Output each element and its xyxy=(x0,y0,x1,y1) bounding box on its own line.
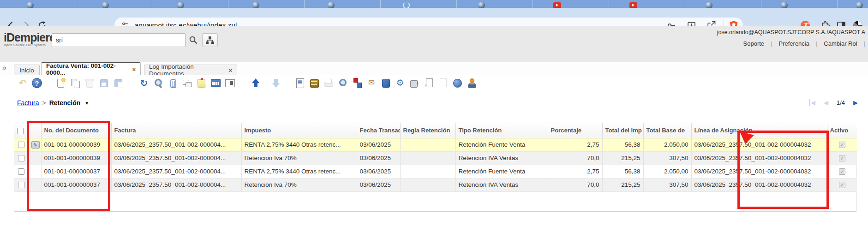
cell-impuesto[interactable]: RENTA 2,75% 3440 Otras retenc... xyxy=(241,138,357,151)
save-create-icon[interactable] xyxy=(113,78,123,88)
tab-favicon-site[interactable] xyxy=(102,2,109,8)
new-record-icon[interactable] xyxy=(56,78,66,88)
cell-fecha[interactable]: 03/06/2025 xyxy=(357,165,400,178)
table-row[interactable]: 001-001-000000039 03/06/2025_2357.50_001… xyxy=(14,151,857,165)
cell-factura[interactable]: 03/06/2025_2357.50_001-002-000004... xyxy=(111,138,241,151)
cell-documento[interactable]: 001-001-000000037 xyxy=(41,165,111,178)
next-page-icon[interactable]: ▶ xyxy=(853,99,858,106)
cell-total-base[interactable]: 2.050,00 xyxy=(643,138,691,151)
grid-toggle-icon[interactable] xyxy=(210,78,221,88)
cell-regla[interactable] xyxy=(400,178,455,191)
menu-tree-button[interactable] xyxy=(202,33,218,47)
col-header-regla[interactable]: Regla Retención xyxy=(400,123,455,138)
cell-total-imp[interactable]: 215,25 xyxy=(602,151,643,165)
tab-inicio[interactable]: Inicio xyxy=(14,65,40,75)
cell-porcentaje[interactable]: 70,0 xyxy=(548,178,602,191)
cell-linea[interactable]: 03/06/2025_2357.50_001-002-000004032 xyxy=(691,138,827,151)
tab-favicon-site[interactable] xyxy=(706,2,712,8)
export-icon[interactable] xyxy=(409,78,419,88)
edit-row-icon[interactable] xyxy=(31,141,40,149)
tab-factura-venta[interactable]: Factura Venta: 001-002-0000... × xyxy=(41,62,141,75)
cell-total-imp[interactable]: 215,25 xyxy=(602,178,643,191)
row-checkbox[interactable] xyxy=(18,182,24,188)
copy-record-icon[interactable] xyxy=(70,78,80,88)
col-header-porcentaje[interactable]: Porcentaje xyxy=(548,123,602,138)
cell-factura[interactable]: 03/06/2025_2357.50_001-002-000004... xyxy=(111,151,241,165)
cell-documento[interactable]: 001-001-000000039 xyxy=(41,138,111,151)
cell-regla[interactable] xyxy=(400,165,455,178)
tab-favicon-site[interactable] xyxy=(252,2,259,8)
search-input[interactable] xyxy=(52,33,186,47)
chat-icon[interactable] xyxy=(182,78,192,88)
breadcrumb-link-factura[interactable]: Factura xyxy=(17,99,39,107)
report-icon[interactable] xyxy=(295,78,305,88)
tab-log-importacion[interactable]: Log Importación Documentos ... × xyxy=(144,65,237,75)
cell-total-imp[interactable]: 56,38 xyxy=(602,138,643,151)
col-header-total-imp[interactable]: Total del Imp xyxy=(602,123,643,138)
tab-expander-icon[interactable]: » xyxy=(2,64,6,72)
help-icon[interactable] xyxy=(32,78,42,88)
close-icon[interactable]: × xyxy=(228,67,232,74)
cell-impuesto[interactable]: Retencion Iva 70% xyxy=(241,178,357,191)
cell-impuesto[interactable]: RENTA 2,75% 3440 Otras retenc... xyxy=(241,165,357,178)
activo-checkbox[interactable] xyxy=(839,155,845,161)
cell-tipo[interactable]: Retención Fuente Venta xyxy=(455,165,548,178)
activo-checkbox[interactable] xyxy=(839,142,845,148)
table-row[interactable]: 001-001-000000037 03/06/2025_2357.50_001… xyxy=(14,165,857,178)
col-header-factura[interactable]: Factura xyxy=(111,123,241,138)
user-icon[interactable] xyxy=(467,78,477,88)
row-checkbox[interactable] xyxy=(18,142,24,148)
file-import-icon[interactable] xyxy=(424,78,434,88)
col-header-tipo[interactable]: Tipo Retención xyxy=(455,123,548,138)
cell-tipo[interactable]: Retencion IVA Ventas xyxy=(455,178,548,191)
zoom-across-icon[interactable] xyxy=(338,78,348,88)
cell-linea[interactable]: 03/06/2025_2357.50_001-002-000004032 xyxy=(691,151,827,165)
cell-total-base[interactable]: 307,50 xyxy=(643,178,691,191)
col-header-impuesto[interactable]: Impuesto xyxy=(241,123,357,138)
table-row[interactable]: 001-001-000000039 03/06/2025_2357.50_001… xyxy=(14,138,857,151)
detail-panel-icon[interactable] xyxy=(225,78,235,88)
requests-icon[interactable] xyxy=(366,78,377,88)
tab-favicon-site[interactable] xyxy=(27,2,34,8)
col-header-total-base[interactable]: Total Base de xyxy=(643,123,691,138)
activo-checkbox[interactable] xyxy=(839,168,845,175)
refresh-icon[interactable] xyxy=(139,78,149,88)
tab-favicon-site[interactable] xyxy=(328,2,335,8)
close-icon[interactable]: × xyxy=(132,66,136,73)
find-icon[interactable] xyxy=(153,78,163,88)
search-icon[interactable] xyxy=(187,34,199,47)
attachment-icon[interactable] xyxy=(168,78,178,88)
first-page-icon[interactable]: ◀ xyxy=(809,99,815,106)
undo-icon[interactable] xyxy=(18,78,28,88)
tab-favicon-site[interactable] xyxy=(177,2,184,8)
tab-favicon-site[interactable] xyxy=(781,2,788,8)
row-checkbox[interactable] xyxy=(18,155,24,161)
col-header-linea[interactable]: Línea de Asignación xyxy=(691,123,827,138)
cell-porcentaje[interactable]: 70,0 xyxy=(548,151,602,165)
chevron-down-icon[interactable]: ▼ xyxy=(84,101,89,106)
select-all-checkbox[interactable] xyxy=(17,128,24,134)
cell-regla[interactable] xyxy=(400,151,455,165)
breadcrumb-current[interactable]: Retención xyxy=(49,99,81,107)
cell-total-base[interactable]: 2.050,00 xyxy=(643,165,691,178)
product-info-icon[interactable] xyxy=(381,78,391,88)
process-icon[interactable] xyxy=(395,78,405,88)
cell-factura[interactable]: 03/06/2025_2357.50_001-002-000004... xyxy=(111,178,241,191)
cell-tipo[interactable]: Retención Fuente Venta xyxy=(455,138,548,151)
cell-total-base[interactable]: 307,50 xyxy=(643,151,691,165)
tab-favicon-video[interactable] xyxy=(629,2,637,8)
activo-checkbox[interactable] xyxy=(839,182,845,188)
cell-fecha[interactable]: 03/06/2025 xyxy=(357,178,400,191)
previous-page-icon[interactable]: ◀ xyxy=(824,99,828,106)
link-soporte[interactable]: Soporte xyxy=(737,39,771,48)
parent-record-icon[interactable] xyxy=(251,78,261,88)
link-cambiar-rol[interactable]: Cambiar Rol xyxy=(817,39,863,48)
tab-favicon-loading[interactable] xyxy=(403,2,410,8)
cell-total-imp[interactable]: 56,38 xyxy=(602,165,643,178)
note-icon[interactable] xyxy=(196,78,206,88)
delete-record-icon[interactable] xyxy=(84,78,95,88)
csv-import-icon[interactable] xyxy=(438,78,448,88)
col-header-documento[interactable]: No. del Documento xyxy=(41,123,111,138)
cell-regla[interactable] xyxy=(400,138,455,151)
cell-linea[interactable]: 03/06/2025_2357.50_001-002-000004032 xyxy=(691,178,827,191)
